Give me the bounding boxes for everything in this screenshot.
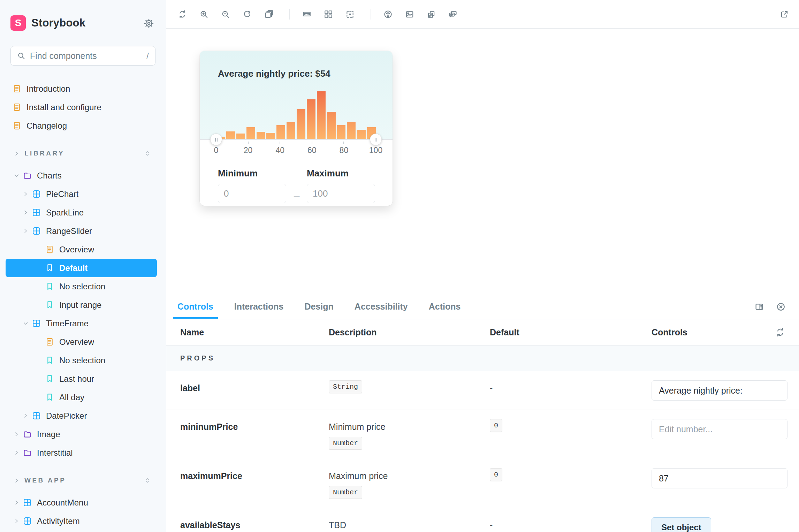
maximum-input[interactable]: [307, 184, 375, 203]
sidebar-section-library[interactable]: LIBRARY: [0, 145, 166, 162]
collapse-expand-icon[interactable]: [144, 150, 151, 157]
maximumprice-control-input[interactable]: [652, 468, 787, 488]
minimum-input[interactable]: [218, 184, 286, 203]
zoom-out-icon: [221, 10, 230, 19]
gear-icon: [144, 18, 154, 29]
backgrounds-button[interactable]: [264, 10, 273, 19]
slider-handle-max[interactable]: [370, 134, 382, 145]
axis-tick-label: 100: [369, 146, 382, 155]
measure-button[interactable]: [302, 10, 311, 19]
reset-controls-button[interactable]: [775, 327, 785, 337]
props-section-header: PROPS: [166, 345, 799, 371]
tab-controls[interactable]: Controls: [172, 294, 219, 319]
story-canvas: Average nightly price: $54 020406080100 …: [166, 29, 799, 294]
sidebar-story-no-selection[interactable]: No selection: [0, 277, 166, 296]
sidebar-item-activityitem[interactable]: ActivityItem: [0, 512, 166, 530]
histogram-area: Average nightly price: $54: [200, 51, 393, 139]
grid-button[interactable]: [324, 10, 333, 19]
tab-design[interactable]: Design: [299, 294, 338, 319]
sidebar-item-label: Overview: [59, 245, 94, 254]
component-icon: [32, 190, 41, 198]
collapse-expand-icon[interactable]: [144, 477, 151, 484]
minimum-field: Minimum: [218, 168, 286, 203]
sidebar-story-overview[interactable]: Overview: [0, 240, 166, 259]
sidebar-item-label: No selection: [59, 356, 105, 365]
table-row-maximumprice: maximumPrice Maximum price Number 0: [166, 459, 799, 508]
sidebar-story-default-selected[interactable]: Default: [6, 259, 157, 277]
axis-tick-label: 20: [244, 146, 253, 155]
sidebar-story-last-hour[interactable]: Last hour: [0, 370, 166, 388]
reset-zoom-button[interactable]: [243, 10, 252, 19]
sidebar-item-sparkline[interactable]: SparkLine: [0, 203, 166, 222]
prop-name: mininumPrice: [180, 419, 329, 432]
tab-accessibility[interactable]: Accessibility: [349, 294, 413, 319]
histogram-bar: [266, 133, 275, 139]
sidebar-item-label: Last hour: [59, 374, 94, 384]
mininumprice-control-input[interactable]: [652, 419, 787, 439]
zoom-in-button[interactable]: [199, 10, 208, 19]
bookmark-icon: [45, 393, 54, 402]
slider-track[interactable]: [200, 139, 393, 140]
sidebar-item-changelog[interactable]: Changelog: [0, 116, 166, 135]
tab-interactions[interactable]: Interactions: [229, 294, 289, 319]
search-input[interactable]: Find components /: [10, 46, 155, 66]
sidebar-item-accountmenu[interactable]: AccountMenu: [0, 493, 166, 512]
image-icon: [405, 10, 414, 19]
toolbar-divider: [371, 9, 371, 20]
sidebar-item-label: SparkLine: [46, 208, 84, 218]
slider-handle-min[interactable]: [210, 134, 222, 145]
visual-diff-button[interactable]: [427, 10, 436, 19]
ruler-icon: [302, 10, 311, 19]
close-panel-button[interactable]: [776, 302, 786, 312]
open-external-icon: [780, 10, 789, 19]
canvas-toolbar: [166, 0, 799, 29]
zoom-out-button[interactable]: [221, 10, 230, 19]
remount-button[interactable]: [178, 10, 187, 19]
sidebar-item-label: No selection: [59, 282, 105, 291]
sidebar-item-piechart[interactable]: PieChart: [0, 185, 166, 203]
range-slider-preview-card: Average nightly price: $54 020406080100 …: [200, 51, 393, 206]
label-control-input[interactable]: [652, 380, 787, 401]
prop-name: availableStays: [180, 517, 329, 530]
sidebar-item-rangeslider[interactable]: RangeSlider: [0, 222, 166, 240]
sidebar-item-install-and-configure[interactable]: Install and configure: [0, 98, 166, 116]
histogram-bar: [347, 122, 356, 139]
table-row-mininumprice: mininumPrice Minimum price Number 0: [166, 410, 799, 459]
sidebar-item-interstitial[interactable]: Interstitial: [0, 443, 166, 462]
sidebar-item-image[interactable]: Image: [0, 425, 166, 443]
chevron-right-icon: [22, 191, 29, 197]
prop-name: maximumPrice: [180, 468, 329, 481]
set-object-button[interactable]: Set object: [652, 517, 711, 532]
panel-position-icon: [754, 302, 764, 312]
sidebar-item-timeframe[interactable]: TimeFrame: [0, 314, 166, 333]
outline-button[interactable]: [345, 10, 355, 19]
open-external-button[interactable]: [780, 10, 789, 19]
comments-icon: [448, 10, 457, 19]
sidebar-item-label: RangeSlider: [46, 226, 92, 236]
sidebar-section-web-app[interactable]: WEB APP: [0, 472, 166, 489]
sidebar-story-overview-2[interactable]: Overview: [0, 333, 166, 351]
sidebar-item-charts[interactable]: Charts: [0, 166, 166, 185]
sidebar-story-input-range[interactable]: Input range: [0, 296, 166, 314]
snapshot-button[interactable]: [405, 10, 414, 19]
sidebar-item-datepicker[interactable]: DatePicker: [0, 406, 166, 425]
comments-button[interactable]: [448, 10, 457, 19]
sidebar: S Storybook Find components / Introducti…: [0, 0, 166, 532]
panel-position-button[interactable]: [754, 302, 764, 312]
type-chip: Number: [329, 437, 362, 450]
histogram-bar: [246, 127, 255, 139]
sidebar-item-label: ActivityItem: [37, 516, 80, 526]
chevron-down-icon: [13, 172, 20, 179]
accessibility-button[interactable]: [383, 10, 393, 19]
sidebar-header: S Storybook: [0, 0, 166, 31]
tab-actions[interactable]: Actions: [424, 294, 466, 319]
sidebar-item-introduction[interactable]: Introduction: [0, 79, 166, 98]
histogram-bar: [327, 112, 336, 139]
section-label: WEB APP: [24, 477, 66, 484]
settings-button[interactable]: [144, 18, 154, 29]
grid-icon: [324, 10, 333, 19]
component-icon: [32, 208, 41, 217]
sidebar-story-all-day[interactable]: All day: [0, 388, 166, 406]
storybook-logo: S: [10, 15, 26, 31]
sidebar-story-no-selection-2[interactable]: No selection: [0, 351, 166, 370]
